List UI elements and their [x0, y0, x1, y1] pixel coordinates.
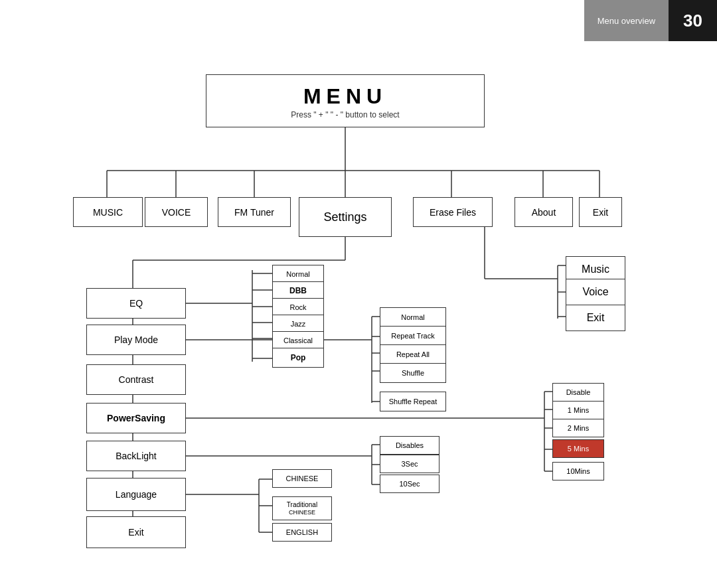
node-music: MUSIC	[73, 197, 143, 227]
node-about: About	[515, 197, 573, 227]
header: Menu overview 30	[584, 0, 717, 41]
bl-10sec: 10Sec	[380, 475, 439, 493]
lang-chinese: CHINESE	[272, 469, 332, 488]
ps-1min: 1 Mins	[552, 401, 604, 419]
eq-classical: Classical	[272, 331, 324, 350]
eq-pop: Pop	[272, 348, 324, 368]
menu-title-text: MENU	[291, 84, 399, 109]
lang-traditional: Traditional CHINESE	[272, 496, 332, 520]
node-settings: Settings	[299, 197, 392, 237]
menu-subtitle-text: Press " + " " - " button to select	[291, 110, 399, 119]
pm-normal: Normal	[380, 307, 446, 327]
settings-contrast: Contrast	[86, 364, 186, 395]
settings-power-saving: PowerSaving	[86, 403, 186, 433]
page-number: 30	[669, 0, 717, 41]
pm-repeat-all: Repeat All	[380, 344, 446, 364]
settings-exit: Exit	[86, 516, 186, 548]
ef-exit: Exit	[566, 305, 625, 331]
pm-shuffle: Shuffle	[380, 363, 446, 383]
pm-shuffle-repeat: Shuffle Repeat	[380, 392, 446, 411]
lang-trad-line1: Traditional	[287, 501, 317, 509]
eq-dbb: DBB	[272, 281, 324, 300]
bl-disables: Disables	[380, 436, 439, 455]
settings-backlight: BackLight	[86, 441, 186, 471]
lang-trad-line2: CHINESE	[287, 509, 317, 516]
pm-repeat-track: Repeat Track	[380, 326, 446, 346]
ps-2min: 2 Mins	[552, 419, 604, 437]
node-voice: VOICE	[145, 197, 208, 227]
bl-3sec: 3Sec	[380, 455, 439, 473]
eq-jazz: Jazz	[272, 315, 324, 333]
eq-rock: Rock	[272, 298, 324, 317]
ps-10min: 10Mins	[552, 462, 604, 480]
settings-play-mode: Play Mode	[86, 325, 186, 355]
lang-english: ENGLISH	[272, 523, 332, 542]
settings-language: Language	[86, 478, 186, 511]
node-erase-files: Erase Files	[413, 197, 493, 227]
header-label: Menu overview	[584, 0, 669, 41]
ps-5min: 5 Mins	[552, 439, 604, 458]
ef-voice: Voice	[566, 279, 625, 305]
node-exit-top: Exit	[579, 197, 622, 227]
eq-normal: Normal	[272, 265, 324, 283]
node-fm-tuner: FM Tuner	[218, 197, 291, 227]
settings-eq: EQ	[86, 288, 186, 319]
diagram-area: MENU Press " + " " - " button to select …	[0, 41, 717, 588]
menu-title-box: MENU Press " + " " - " button to select	[206, 74, 485, 127]
ps-disable: Disable	[552, 383, 604, 402]
